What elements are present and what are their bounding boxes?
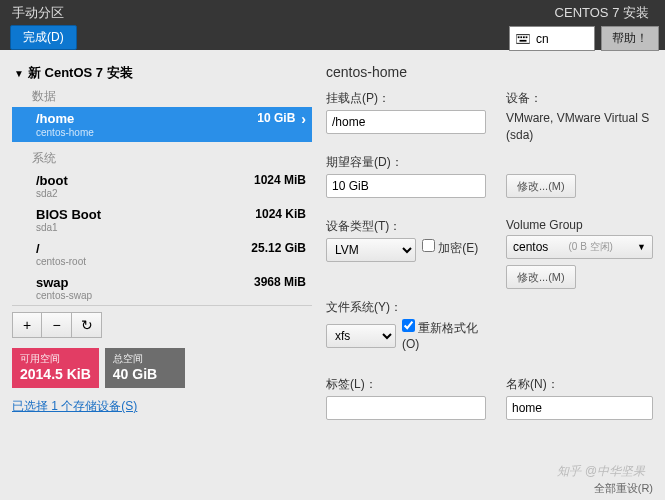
svg-rect-1 (518, 36, 520, 38)
device-value: VMware, VMware Virtual S (sda) (506, 110, 653, 144)
capacity-label: 期望容量(D)： (326, 154, 486, 171)
svg-rect-5 (520, 39, 527, 41)
chevron-down-icon: ▼ (637, 242, 646, 252)
partition-item-root[interactable]: /25.12 GiB centos-root (12, 237, 312, 271)
keyboard-icon (516, 34, 530, 44)
keyboard-layout-selector[interactable]: cn (509, 26, 595, 51)
partition-item-home[interactable]: /home10 GiB centos-home (12, 107, 312, 142)
modify-device-button[interactable]: 修改...(M) (506, 174, 576, 198)
partition-tree-panel: ▼ 新 CentOS 7 安装 数据 /home10 GiB centos-ho… (12, 62, 312, 420)
storage-devices-link[interactable]: 已选择 1 个存储设备(S) (12, 398, 137, 415)
chevron-down-icon: ▼ (14, 68, 24, 79)
capacity-input[interactable] (326, 174, 486, 198)
add-partition-button[interactable]: + (12, 312, 42, 338)
modify-vg-button[interactable]: 修改...(M) (506, 265, 576, 289)
remove-partition-button[interactable]: − (42, 312, 72, 338)
partition-details-panel: centos-home 挂载点(P)： 设备： VMware, VMware V… (326, 62, 653, 420)
detail-title: centos-home (326, 64, 653, 80)
fs-label: 文件系统(Y)： (326, 299, 486, 316)
vg-label: Volume Group (506, 218, 653, 232)
watermark: 知乎 @中华坚果 (557, 463, 645, 480)
encrypt-checkbox[interactable] (422, 239, 435, 252)
partition-item-swap[interactable]: swap3968 MiB centos-swap (12, 271, 312, 305)
partition-toolbar: + − ↻ (12, 312, 312, 338)
device-label: 设备： (506, 90, 653, 107)
partition-item-boot[interactable]: /boot1024 MiB sda2 (12, 169, 312, 203)
done-button[interactable]: 完成(D) (10, 25, 77, 50)
svg-rect-3 (523, 36, 525, 38)
tree-section-data: 数据 (12, 86, 312, 107)
reformat-checkbox[interactable] (402, 319, 415, 332)
partition-item-biosboot[interactable]: BIOS Boot1024 KiB sda1 (12, 203, 312, 237)
available-space-box: 可用空间 2014.5 KiB (12, 348, 99, 388)
name-label: 名称(N)： (506, 376, 653, 393)
help-button[interactable]: 帮助！ (601, 26, 659, 51)
keyboard-layout-value: cn (536, 32, 549, 46)
encrypt-label: 加密(E) (438, 241, 478, 255)
page-title: 手动分区 (10, 4, 77, 22)
devtype-label: 设备类型(T)： (326, 218, 486, 235)
mountpoint-input[interactable] (326, 110, 486, 134)
svg-rect-4 (526, 36, 528, 38)
tag-label: 标签(L)： (326, 376, 486, 393)
fs-select[interactable]: xfs (326, 324, 396, 348)
name-input[interactable] (506, 396, 653, 420)
svg-rect-2 (520, 36, 522, 38)
tree-root[interactable]: ▼ 新 CentOS 7 安装 (12, 62, 312, 86)
total-space-box: 总空间 40 GiB (105, 348, 185, 388)
devtype-select[interactable]: LVM (326, 238, 416, 262)
install-title: CENTOS 7 安装 (555, 4, 649, 22)
topbar: 手动分区 完成(D) CENTOS 7 安装 cn 帮助！ (0, 0, 665, 50)
reload-partition-button[interactable]: ↻ (72, 312, 102, 338)
reset-all-button[interactable]: 全部重设(R) (594, 481, 653, 496)
mountpoint-label: 挂载点(P)： (326, 90, 486, 107)
svg-rect-0 (516, 34, 530, 43)
tree-section-system: 系统 (12, 148, 312, 169)
tag-input[interactable] (326, 396, 486, 420)
vg-select[interactable]: centos (0 B 空闲) ▼ (506, 235, 653, 259)
